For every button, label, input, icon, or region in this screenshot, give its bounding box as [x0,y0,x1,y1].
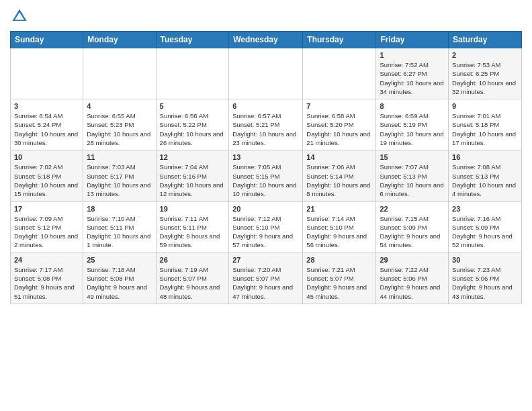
day-info: Sunrise: 7:05 AM Sunset: 5:15 PM Dayligh… [232,163,299,198]
day-info: Sunrise: 7:01 AM Sunset: 5:18 PM Dayligh… [452,111,518,147]
day-number: 22 [380,205,445,213]
calendar-day-cell: 18Sunrise: 7:10 AM Sunset: 5:11 PM Dayli… [83,201,156,253]
day-info: Sunrise: 7:53 AM Sunset: 6:25 PM Dayligh… [452,60,518,96]
day-number: 11 [87,153,152,161]
day-info: Sunrise: 6:57 AM Sunset: 5:21 PM Dayligh… [232,111,299,147]
page-header [10,7,522,26]
calendar-day-cell: 7Sunrise: 6:58 AM Sunset: 5:20 PM Daylig… [303,99,376,150]
day-info: Sunrise: 7:10 AM Sunset: 5:11 PM Dayligh… [87,214,152,250]
day-number: 4 [87,102,152,110]
day-number: 20 [232,205,299,213]
calendar-day-cell: 30Sunrise: 7:23 AM Sunset: 5:06 PM Dayli… [449,253,522,304]
calendar-day-cell: 13Sunrise: 7:05 AM Sunset: 5:15 PM Dayli… [229,150,303,201]
calendar-day-cell: 1Sunrise: 7:52 AM Sunset: 6:27 PM Daylig… [376,48,449,99]
day-info: Sunrise: 7:11 AM Sunset: 5:11 PM Dayligh… [160,214,226,250]
day-number: 13 [232,153,299,161]
weekday-header: Thursday [303,32,376,48]
day-info: Sunrise: 7:06 AM Sunset: 5:14 PM Dayligh… [306,163,372,198]
day-number: 14 [306,153,372,161]
day-info: Sunrise: 6:54 AM Sunset: 5:24 PM Dayligh… [14,111,79,147]
calendar-day-cell: 14Sunrise: 7:06 AM Sunset: 5:14 PM Dayli… [303,150,376,201]
calendar-day-cell: 15Sunrise: 7:07 AM Sunset: 5:13 PM Dayli… [376,150,449,201]
calendar-week-row: 1Sunrise: 7:52 AM Sunset: 6:27 PM Daylig… [11,48,522,99]
calendar-day-cell [83,48,156,99]
day-info: Sunrise: 7:12 AM Sunset: 5:10 PM Dayligh… [232,214,299,250]
calendar-day-cell: 6Sunrise: 6:57 AM Sunset: 5:21 PM Daylig… [229,99,303,150]
day-info: Sunrise: 7:19 AM Sunset: 5:07 PM Dayligh… [160,265,226,301]
day-number: 24 [14,256,79,264]
day-number: 28 [306,256,372,264]
day-info: Sunrise: 7:04 AM Sunset: 5:16 PM Dayligh… [160,163,226,198]
calendar-week-row: 24Sunrise: 7:17 AM Sunset: 5:08 PM Dayli… [11,253,522,304]
calendar-day-cell: 4Sunrise: 6:55 AM Sunset: 5:23 PM Daylig… [83,99,156,150]
calendar-day-cell: 2Sunrise: 7:53 AM Sunset: 6:25 PM Daylig… [449,48,522,99]
day-number: 23 [452,205,518,213]
day-info: Sunrise: 7:52 AM Sunset: 6:27 PM Dayligh… [380,60,445,96]
day-number: 27 [232,256,299,264]
day-number: 1 [380,51,445,59]
calendar-day-cell: 28Sunrise: 7:21 AM Sunset: 5:07 PM Dayli… [303,253,376,304]
day-info: Sunrise: 7:18 AM Sunset: 5:08 PM Dayligh… [87,265,152,301]
calendar-day-cell [303,48,376,99]
calendar-day-cell: 11Sunrise: 7:03 AM Sunset: 5:17 PM Dayli… [83,150,156,201]
calendar-day-cell: 9Sunrise: 7:01 AM Sunset: 5:18 PM Daylig… [449,99,522,150]
day-info: Sunrise: 6:58 AM Sunset: 5:20 PM Dayligh… [306,111,372,147]
day-info: Sunrise: 6:56 AM Sunset: 5:22 PM Dayligh… [160,111,226,147]
day-info: Sunrise: 7:03 AM Sunset: 5:17 PM Dayligh… [87,163,152,198]
weekday-header: Tuesday [156,32,229,48]
day-info: Sunrise: 7:21 AM Sunset: 5:07 PM Dayligh… [306,265,372,301]
day-number: 3 [14,102,79,110]
day-number: 7 [306,102,372,110]
calendar-week-row: 3Sunrise: 6:54 AM Sunset: 5:24 PM Daylig… [11,99,522,150]
calendar-day-cell: 25Sunrise: 7:18 AM Sunset: 5:08 PM Dayli… [83,253,156,304]
day-info: Sunrise: 7:23 AM Sunset: 5:06 PM Dayligh… [452,265,518,301]
calendar-week-row: 17Sunrise: 7:09 AM Sunset: 5:12 PM Dayli… [11,201,522,253]
calendar-table: SundayMondayTuesdayWednesdayThursdayFrid… [10,31,522,304]
weekday-header: Sunday [11,32,83,48]
calendar-day-cell: 8Sunrise: 6:59 AM Sunset: 5:19 PM Daylig… [376,99,449,150]
calendar-day-cell: 16Sunrise: 7:08 AM Sunset: 5:13 PM Dayli… [449,150,522,201]
day-info: Sunrise: 7:22 AM Sunset: 5:06 PM Dayligh… [380,265,445,301]
day-number: 26 [160,256,226,264]
day-number: 29 [380,256,445,264]
day-info: Sunrise: 7:20 AM Sunset: 5:07 PM Dayligh… [232,265,299,301]
logo-icon [10,7,29,26]
calendar-day-cell: 29Sunrise: 7:22 AM Sunset: 5:06 PM Dayli… [376,253,449,304]
calendar-day-cell: 17Sunrise: 7:09 AM Sunset: 5:12 PM Dayli… [11,201,83,253]
weekday-header: Monday [83,32,156,48]
day-number: 8 [380,102,445,110]
day-number: 10 [14,153,79,161]
calendar-day-cell: 10Sunrise: 7:02 AM Sunset: 5:18 PM Dayli… [11,150,83,201]
calendar-day-cell: 5Sunrise: 6:56 AM Sunset: 5:22 PM Daylig… [156,99,229,150]
calendar-day-cell [229,48,303,99]
day-info: Sunrise: 7:17 AM Sunset: 5:08 PM Dayligh… [14,265,79,301]
day-info: Sunrise: 6:59 AM Sunset: 5:19 PM Dayligh… [380,111,445,147]
day-number: 5 [160,102,226,110]
calendar-day-cell: 22Sunrise: 7:15 AM Sunset: 5:09 PM Dayli… [376,201,449,253]
day-info: Sunrise: 7:14 AM Sunset: 5:10 PM Dayligh… [306,214,372,250]
calendar-day-cell: 19Sunrise: 7:11 AM Sunset: 5:11 PM Dayli… [156,201,229,253]
day-info: Sunrise: 7:08 AM Sunset: 5:13 PM Dayligh… [452,163,518,198]
logo [10,7,32,26]
day-info: Sunrise: 6:55 AM Sunset: 5:23 PM Dayligh… [87,111,152,147]
day-number: 16 [452,153,518,161]
weekday-header: Friday [376,32,449,48]
day-info: Sunrise: 7:16 AM Sunset: 5:09 PM Dayligh… [452,214,518,250]
day-info: Sunrise: 7:09 AM Sunset: 5:12 PM Dayligh… [14,214,79,250]
calendar-day-cell: 20Sunrise: 7:12 AM Sunset: 5:10 PM Dayli… [229,201,303,253]
day-number: 2 [452,51,518,59]
day-number: 19 [160,205,226,213]
day-number: 18 [87,205,152,213]
weekday-header-row: SundayMondayTuesdayWednesdayThursdayFrid… [11,32,522,48]
day-number: 17 [14,205,79,213]
calendar-day-cell [11,48,83,99]
weekday-header: Wednesday [229,32,303,48]
day-info: Sunrise: 7:15 AM Sunset: 5:09 PM Dayligh… [380,214,445,250]
day-number: 21 [306,205,372,213]
day-number: 25 [87,256,152,264]
calendar-day-cell [156,48,229,99]
day-number: 12 [160,153,226,161]
calendar-day-cell: 24Sunrise: 7:17 AM Sunset: 5:08 PM Dayli… [11,253,83,304]
calendar-day-cell: 12Sunrise: 7:04 AM Sunset: 5:16 PM Dayli… [156,150,229,201]
calendar-day-cell: 26Sunrise: 7:19 AM Sunset: 5:07 PM Dayli… [156,253,229,304]
